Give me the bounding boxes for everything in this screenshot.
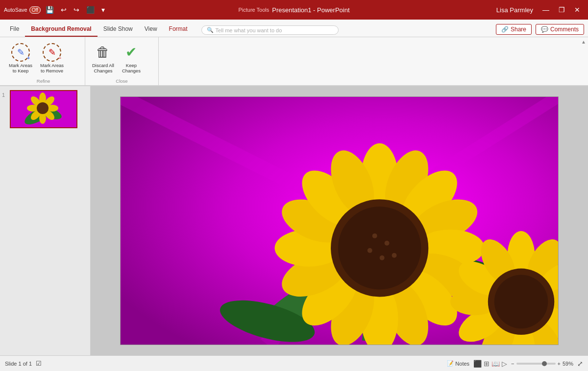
search-icon: 🔍	[207, 27, 214, 33]
tab-file[interactable]: File	[4, 23, 25, 37]
status-right: 📝 Notes ⬛ ⊞ 📖 ▷ − + 59% ⤢	[447, 360, 583, 368]
pencil-plus-icon: ✎	[17, 47, 24, 58]
undo-icon[interactable]: ↩	[59, 5, 69, 15]
picture-tools-label: Picture Tools	[238, 7, 269, 13]
comments-label: Comments	[550, 26, 579, 33]
svg-point-39	[385, 241, 390, 246]
refine-group-buttons: ✎ + Mark Areas to Keep ✎ − Mark Areas to…	[6, 39, 81, 77]
share-icon: 🔗	[501, 26, 509, 33]
zoom-slider[interactable]	[516, 363, 556, 365]
canvas-area	[91, 86, 588, 355]
tab-background-removal[interactable]: Background Removal	[25, 23, 97, 37]
svg-point-57	[494, 275, 548, 329]
ribbon-collapse-button[interactable]: ▲	[581, 39, 586, 45]
thumbnail-image	[11, 91, 76, 127]
title-bar-center: Picture Tools Presentation1 - PowerPoint	[238, 6, 349, 14]
slide-accessibility-icon[interactable]: ☑	[36, 360, 42, 367]
svg-point-41	[380, 255, 385, 260]
slideshow-view-icon[interactable]: ▷	[502, 360, 507, 368]
sunflower-svg	[121, 97, 558, 345]
ribbon-toolbar: ✎ + Mark Areas to Keep ✎ − Mark Areas to…	[0, 37, 588, 86]
share-label: Share	[511, 26, 526, 33]
main-area: 1	[0, 86, 588, 355]
normal-view-icon[interactable]: ⬛	[473, 360, 482, 368]
close-group-buttons: 🗑 Discard All Changes ✔ Keep Changes	[89, 39, 154, 77]
slide-panel: 1	[0, 86, 91, 355]
zoom-level: 59%	[563, 361, 573, 367]
ribbon-tabs: File Background Removal Slide Show View …	[0, 20, 588, 37]
title-bar: AutoSave Off 💾 ↩ ↪ ⬛ ▾ Picture Tools Pre…	[0, 0, 588, 20]
autosave-label: AutoSave	[4, 7, 27, 13]
ribbon-spacer	[159, 37, 586, 85]
mark-remove-label: Mark Areas to Remove	[40, 63, 64, 74]
title-bar-left: AutoSave Off 💾 ↩ ↪ ⬛ ▾	[4, 5, 107, 15]
keep-changes-button[interactable]: ✔ Keep Changes	[119, 41, 144, 76]
search-placeholder: Tell me what you want to do	[216, 27, 282, 33]
notes-icon: 📝	[447, 360, 454, 367]
reading-view-icon[interactable]: 📖	[491, 360, 500, 368]
mark-remove-icon: ✎ −	[43, 43, 61, 62]
slide-sorter-icon[interactable]: ⊞	[484, 360, 490, 368]
autosave-state: Off	[32, 7, 38, 13]
svg-point-11	[37, 102, 49, 114]
list-item: 1	[2, 90, 88, 128]
save-icon[interactable]: 💾	[44, 5, 56, 15]
minimize-button[interactable]: —	[539, 3, 553, 17]
zoom-bar: − + 59%	[511, 361, 573, 367]
status-left: Slide 1 of 1 ☑	[5, 360, 42, 367]
fit-screen-icon[interactable]: ⤢	[577, 360, 583, 368]
slide-thumbnail[interactable]	[10, 90, 77, 128]
refine-group-label: Refine	[2, 78, 85, 84]
pencil-minus-icon: ✎	[49, 47, 56, 58]
autosave-toggle[interactable]: Off	[29, 6, 41, 14]
mark-remove-button[interactable]: ✎ − Mark Areas to Remove	[37, 41, 67, 76]
customize-icon[interactable]: ▾	[99, 5, 107, 15]
user-name: Lisa Parmley	[496, 6, 533, 14]
ribbon-actions: 🔗 Share 💬 Comments	[496, 24, 584, 37]
slide-info: Slide 1 of 1	[5, 361, 32, 367]
mark-keep-button[interactable]: ✎ + Mark Areas to Keep	[6, 41, 35, 76]
autosave-group[interactable]: AutoSave Off	[4, 6, 41, 14]
close-button[interactable]: ✕	[570, 3, 584, 17]
close-group-label: Close	[85, 78, 158, 84]
notes-label: Notes	[455, 361, 469, 367]
restore-button[interactable]: ❐	[555, 3, 568, 17]
tab-format[interactable]: Format	[163, 23, 194, 37]
title-bar-right: Lisa Parmley — ❐ ✕	[496, 3, 584, 17]
svg-point-43	[392, 253, 397, 258]
mark-keep-icon: ✎ +	[11, 43, 30, 62]
discard-changes-button[interactable]: 🗑 Discard All Changes	[89, 41, 117, 76]
svg-point-42	[372, 233, 377, 238]
mark-keep-label: Mark Areas to Keep	[9, 63, 32, 74]
window-controls: — ❐ ✕	[539, 3, 584, 17]
present-icon[interactable]: ⬛	[84, 5, 97, 15]
zoom-out-icon[interactable]: −	[511, 361, 514, 367]
svg-point-40	[368, 248, 372, 253]
keep-icon: ✔	[122, 43, 141, 62]
zoom-in-icon[interactable]: +	[558, 361, 561, 367]
slide-number: 1	[2, 92, 8, 98]
notes-button[interactable]: 📝 Notes	[447, 360, 469, 367]
svg-point-38	[338, 207, 421, 289]
share-button[interactable]: 🔗 Share	[496, 24, 532, 35]
status-bar: Slide 1 of 1 ☑ 📝 Notes ⬛ ⊞ 📖 ▷ − + 59% ⤢	[0, 355, 588, 371]
redo-icon[interactable]: ↪	[72, 5, 81, 15]
presentation-title: Presentation1 - PowerPoint	[272, 6, 349, 14]
view-icons: ⬛ ⊞ 📖 ▷	[473, 360, 507, 368]
discard-label: Discard All Changes	[92, 63, 114, 74]
slide-canvas[interactable]	[120, 96, 559, 345]
search-box[interactable]: 🔍 Tell me what you want to do	[201, 25, 339, 35]
tab-slideshow[interactable]: Slide Show	[98, 23, 139, 37]
slide-image	[121, 97, 558, 345]
discard-icon: 🗑	[94, 43, 112, 62]
comments-icon: 💬	[541, 26, 548, 33]
tab-view[interactable]: View	[139, 23, 163, 37]
zoom-thumb	[542, 361, 547, 366]
comments-button[interactable]: 💬 Comments	[536, 24, 584, 35]
keep-label: Keep Changes	[122, 63, 141, 74]
